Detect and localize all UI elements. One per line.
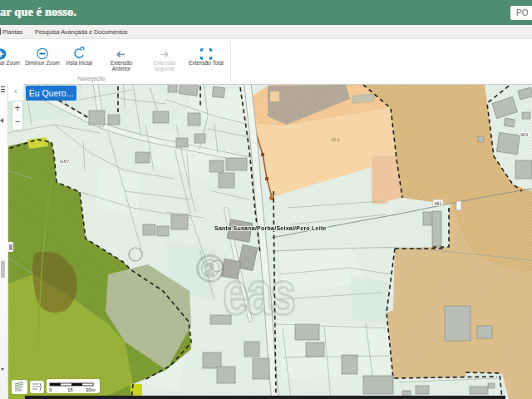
svg-text:30m: 30m <box>86 387 96 392</box>
svg-text:2: 2 <box>204 259 214 278</box>
svg-text:G67: G67 <box>60 159 70 164</box>
svg-text:15: 15 <box>67 387 73 392</box>
svg-text:463: 463 <box>520 132 528 137</box>
svg-text:40.6: 40.6 <box>331 137 340 142</box>
svg-text:eas: eas <box>223 259 294 328</box>
svg-text:0: 0 <box>49 387 52 392</box>
svg-text:481: 481 <box>435 201 442 206</box>
svg-text:Santa Susana/Porba/Seixal/Pero: Santa Susana/Porba/Seixal/Pero Leite <box>214 225 327 231</box>
